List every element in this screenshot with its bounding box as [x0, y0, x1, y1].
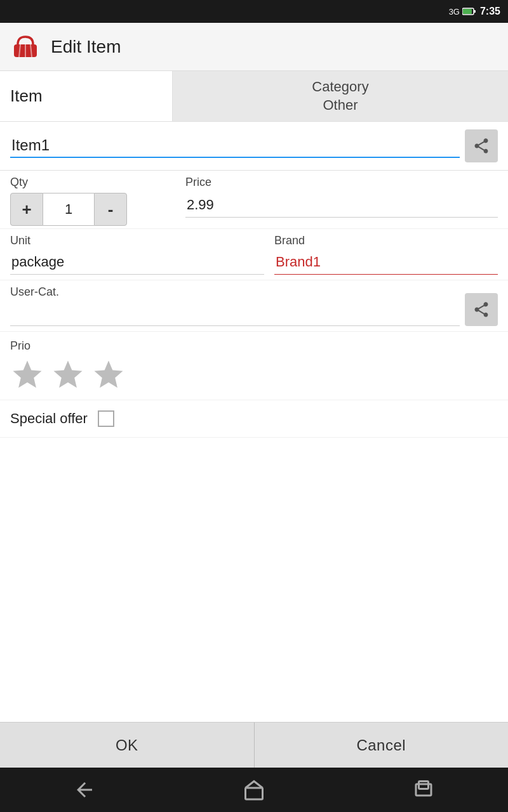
nav-bar [0, 768, 508, 812]
category-line2: Other [312, 96, 368, 115]
user-cat-section: User-Cat. [10, 285, 460, 326]
svg-rect-2 [463, 9, 472, 14]
svg-rect-1 [474, 10, 476, 13]
bottom-buttons: OK Cancel [0, 722, 508, 768]
brand-label: Brand [274, 234, 498, 247]
network-indicator: 3G [449, 7, 460, 16]
time-display: 7:35 [480, 6, 500, 17]
prio-row: Prio [0, 332, 508, 400]
special-offer-row: Special offer [0, 400, 508, 438]
qty-plus-button[interactable]: + [10, 193, 43, 226]
brand-input[interactable] [274, 250, 498, 275]
user-cat-row: User-Cat. [0, 280, 508, 332]
svg-rect-7 [245, 788, 262, 799]
app-bar: Edit Item [0, 23, 508, 71]
recents-nav-button[interactable] [398, 774, 449, 806]
item-category-row: Item Category Other [0, 71, 508, 122]
qty-label: Qty [10, 176, 175, 189]
category-line1: Category [312, 78, 368, 96]
user-cat-label: User-Cat. [10, 285, 460, 299]
brand-section: Brand [274, 234, 498, 275]
qty-price-row: Qty + 1 - Price [0, 171, 508, 229]
qty-minus-button[interactable]: - [94, 193, 127, 226]
category-cell[interactable]: Category Other [173, 71, 508, 121]
page-title: Edit Item [51, 37, 121, 57]
basket-icon [11, 33, 39, 61]
unit-input[interactable] [10, 250, 264, 275]
price-label: Price [185, 176, 498, 189]
star-icon-3 [91, 358, 126, 392]
recents-icon [412, 778, 435, 801]
home-icon [243, 778, 265, 801]
prio-label: Prio [10, 339, 498, 353]
app-logo [10, 32, 41, 62]
star-1[interactable] [10, 358, 44, 392]
share-icon [472, 137, 490, 155]
star-2[interactable] [51, 358, 85, 392]
unit-brand-row: Unit Brand [0, 229, 508, 280]
item-name-input[interactable] [10, 134, 460, 158]
special-offer-checkbox[interactable] [98, 410, 114, 427]
unit-section: Unit [10, 234, 264, 275]
price-input[interactable] [185, 193, 498, 218]
qty-controls: + 1 - [10, 193, 175, 226]
battery-icon [462, 7, 476, 16]
share-icon-2 [472, 301, 490, 318]
qty-value-display: 1 [43, 193, 94, 226]
item-name-row [0, 122, 508, 171]
star-icon-1 [10, 358, 44, 392]
category-text: Category Other [312, 78, 368, 114]
share-button[interactable] [465, 129, 498, 162]
status-icons: 3G [449, 7, 476, 16]
price-section: Price [185, 176, 498, 226]
stars-row [10, 358, 498, 392]
qty-section: Qty + 1 - [10, 176, 175, 226]
cancel-button[interactable]: Cancel [255, 723, 509, 768]
back-icon [73, 778, 96, 801]
star-3[interactable] [91, 358, 126, 392]
status-bar: 3G 7:35 [0, 0, 508, 23]
special-offer-label: Special offer [10, 410, 88, 427]
back-nav-button[interactable] [59, 774, 110, 806]
item-label-cell: Item [0, 71, 173, 121]
user-cat-share-button[interactable] [465, 293, 498, 326]
main-content: Item Category Other Qty + 1 - Pr [0, 71, 508, 722]
home-nav-button[interactable] [229, 774, 279, 806]
star-icon-2 [51, 358, 85, 392]
item-label: Item [10, 86, 43, 106]
user-cat-input[interactable] [10, 301, 460, 326]
ok-button[interactable]: OK [0, 723, 255, 768]
unit-label: Unit [10, 234, 264, 247]
